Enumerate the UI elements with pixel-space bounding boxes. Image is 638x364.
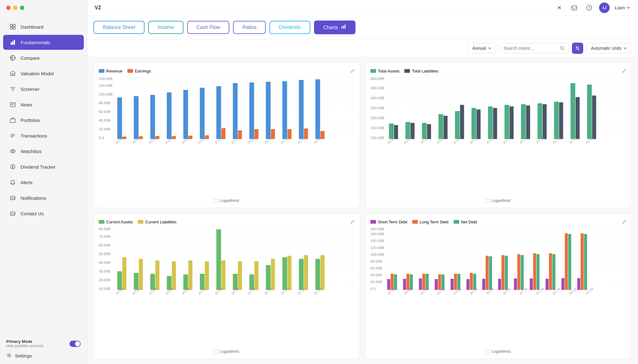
svg-rect-102	[576, 97, 580, 139]
chart-assets-liabilities: Total Assets Total Liabilities ⤢ 100.00B…	[365, 62, 632, 208]
log-checkbox-3[interactable]	[214, 350, 218, 354]
sidebar-item-portfolios[interactable]: Portfolios	[3, 113, 84, 128]
legend-color-long-term	[412, 220, 418, 224]
svg-rect-177	[387, 279, 390, 290]
sidebar-item-settings[interactable]: Settings	[6, 352, 81, 359]
tab-cash-flow[interactable]: Cash Flow	[187, 21, 230, 34]
units-select[interactable]: Automatic Units	[586, 43, 632, 54]
svg-rect-97	[537, 103, 542, 139]
chart-debt: Short Term Debt Long Term Debt Net Debt …	[365, 213, 632, 359]
inbox-icon[interactable]	[569, 3, 579, 13]
user-name[interactable]: Liam	[615, 5, 631, 10]
sidebar-item-screener[interactable]: Screener	[3, 82, 84, 96]
search-input[interactable]	[503, 46, 558, 51]
legend-color-current-liabilities	[138, 220, 143, 224]
svg-rect-36	[150, 95, 155, 139]
log-checkbox-4[interactable]	[486, 350, 490, 354]
svg-text:100.00B: 100.00B	[370, 136, 384, 140]
sidebar-label-dashboard: Dashboard	[21, 24, 43, 30]
sidebar-item-watchlists[interactable]: Watchlists	[3, 144, 84, 159]
tab-charts[interactable]: Charts	[314, 21, 356, 34]
alerts-icon	[9, 179, 16, 186]
close-button[interactable]	[6, 6, 11, 10]
privacy-sublabel: Hide portfolio amounts	[6, 344, 44, 348]
sidebar-item-dividend-tracker[interactable]: Dividend Tracker	[3, 159, 84, 174]
svg-rect-94	[510, 106, 514, 139]
charts-grid: Revenue Earnings ⤢ 0.0 20.00B	[87, 57, 638, 364]
svg-rect-145	[266, 265, 270, 290]
svg-rect-84	[427, 124, 431, 139]
chart-revenue-earnings: Revenue Earnings ⤢ 0.0 20.00B	[93, 62, 360, 208]
svg-rect-152	[321, 255, 325, 290]
legend-color-revenue	[99, 69, 104, 73]
svg-rect-10	[10, 119, 15, 123]
tab-bar: Balance Sheet Income Cash Flow Ratios Di…	[87, 16, 638, 40]
sidebar-item-alerts[interactable]: Alerts	[3, 175, 84, 190]
sidebar-item-transactions[interactable]: Transactions	[3, 128, 84, 143]
svg-rect-104	[592, 96, 596, 139]
privacy-row: Privacy Mode Hide portfolio amounts	[6, 339, 81, 348]
svg-rect-18	[341, 26, 342, 29]
svg-rect-186	[435, 279, 438, 290]
expand-button-2[interactable]: ⤢	[622, 68, 626, 74]
period-select[interactable]: Annual	[468, 43, 496, 54]
svg-text:160.00B: 160.00B	[370, 232, 384, 236]
svg-rect-99	[554, 102, 559, 139]
sidebar-bottom: Privacy Mode Hide portfolio amounts Sett…	[0, 334, 87, 364]
tab-income[interactable]: Income	[148, 21, 183, 34]
svg-rect-34	[134, 96, 138, 139]
svg-rect-215	[584, 234, 587, 290]
svg-rect-38	[167, 92, 171, 139]
svg-text:80.00B: 80.00B	[99, 228, 111, 231]
svg-text:100.00B: 100.00B	[370, 253, 384, 256]
tab-dividends[interactable]: Dividends	[269, 21, 310, 34]
sidebar-label-dividend: Dividend Tracker	[21, 164, 56, 170]
sidebar-item-news[interactable]: News	[3, 97, 84, 112]
log-checkbox-1[interactable]	[214, 199, 218, 203]
avatar[interactable]: LI	[599, 2, 610, 13]
log-checkbox-2[interactable]	[486, 199, 490, 203]
svg-text:140.00B: 140.00B	[370, 239, 384, 243]
svg-rect-211	[565, 233, 568, 290]
svg-text:20.00B: 20.00B	[99, 127, 111, 131]
legend-color-earnings	[127, 69, 133, 73]
sidebar-item-contact[interactable]: Contact Us	[3, 206, 84, 221]
expand-button-4[interactable]: ⤢	[622, 218, 626, 225]
minimize-button[interactable]	[13, 6, 17, 10]
svg-rect-206	[536, 254, 540, 290]
svg-rect-93	[504, 105, 509, 139]
sidebar-item-notifications[interactable]: Notifications	[3, 190, 84, 205]
svg-point-8	[12, 73, 14, 75]
expand-button-3[interactable]: ⤢	[350, 218, 355, 225]
svg-text:0.0: 0.0	[370, 287, 376, 291]
svg-rect-183	[419, 278, 422, 290]
chart-body-4: 0.0 20.00B 40.00B 60.00B 80.00B 100.00B …	[370, 228, 626, 347]
notifications-icon	[9, 194, 16, 201]
dividend-icon	[9, 163, 16, 170]
sidebar-item-fundamentals[interactable]: Fundamentals	[3, 35, 84, 50]
svg-rect-214	[581, 233, 584, 290]
toggle-knob	[75, 341, 80, 346]
expand-button-1[interactable]: ⤢	[350, 68, 355, 74]
svg-rect-82	[411, 123, 415, 139]
settings-icon[interactable]	[584, 3, 594, 13]
swap-button[interactable]	[572, 43, 583, 54]
close-icon[interactable]: ✕	[554, 3, 564, 13]
svg-rect-151	[315, 259, 320, 290]
svg-text:50.00B: 50.00B	[99, 252, 111, 256]
svg-rect-199	[502, 255, 505, 290]
tab-balance-sheet[interactable]: Balance Sheet	[93, 21, 145, 34]
tab-ratios[interactable]: Ratios	[233, 21, 266, 34]
svg-rect-103	[587, 85, 592, 139]
privacy-toggle[interactable]	[69, 341, 81, 347]
maximize-button[interactable]	[20, 6, 24, 10]
svg-rect-128	[122, 257, 126, 290]
sidebar-label-watchlists: Watchlists	[21, 149, 42, 154]
sidebar-item-valuation[interactable]: Valuation Model	[3, 66, 84, 81]
svg-rect-56	[315, 79, 320, 139]
sidebar-item-compare[interactable]: Compare	[3, 50, 84, 65]
avatar-initials: LI	[603, 5, 607, 10]
sidebar-item-dashboard[interactable]: Dashboard	[3, 19, 84, 34]
sidebar-label-valuation: Valuation Model	[21, 71, 54, 76]
svg-text:40.00B: 40.00B	[370, 273, 382, 277]
